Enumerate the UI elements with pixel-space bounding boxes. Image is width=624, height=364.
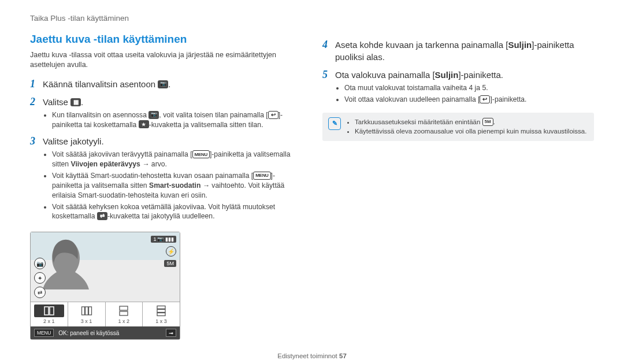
step-number: 3 bbox=[30, 135, 43, 147]
note-icon: ✎ bbox=[328, 117, 341, 130]
mode-dial-icon bbox=[158, 80, 168, 88]
bullet-item: Käytettävissä oleva zoomausalue voi olla… bbox=[355, 127, 586, 136]
return-icon bbox=[268, 111, 278, 119]
note-bullets: Tarkkuusasetukseksi määritetään enintään… bbox=[355, 117, 586, 136]
reset-icon bbox=[97, 212, 107, 220]
t: Voit säätää jakoviivan terävyyttä painam… bbox=[52, 150, 192, 158]
step-text-b: . bbox=[168, 79, 170, 89]
step-2: 2 Valitse . bbox=[30, 96, 302, 108]
step-4: 4 Aseta kohde kuvaan ja tarkenna painama… bbox=[322, 39, 594, 63]
layout-2x1[interactable]: 2 x 1 bbox=[31, 302, 68, 326]
step-5: 5 Ota valokuva painamalla [Suljin]-paini… bbox=[322, 69, 594, 81]
info-note: ✎ Tarkkuusasetukseksi määritetään enintä… bbox=[322, 113, 594, 141]
svg-rect-2 bbox=[81, 307, 84, 315]
status-icons-right: 1 📷 ▮▮▮ ⚡ 5M bbox=[151, 236, 176, 267]
step-text-a: Valitse bbox=[43, 97, 70, 107]
bullet-item: Voit käyttää Smart-suodatin-tehostetta k… bbox=[52, 171, 302, 200]
flash-icon: ⚡ bbox=[166, 246, 176, 257]
t: Aseta kohde kuvaan ja tarkenna painamall… bbox=[335, 40, 508, 50]
ok-hint: OK: paneeli ei käytössä bbox=[58, 330, 119, 336]
next-icon[interactable]: ➟ bbox=[166, 329, 176, 337]
step-text: Valitse . bbox=[43, 96, 83, 108]
layout-1x2[interactable]: 1 x 2 bbox=[106, 302, 143, 326]
layout-label: 1 x 2 bbox=[118, 318, 130, 324]
t: Kun tilanvalitsin on asennossa bbox=[52, 111, 148, 119]
bold-term: Viivojen epäterävyys bbox=[71, 160, 140, 168]
shots-remaining: 1 📷 ▮▮▮ bbox=[151, 236, 176, 243]
step-3: 3 Valitse jakotyyli. bbox=[30, 135, 302, 147]
step-3-bullets: Voit säätää jakoviivan terävyyttä painam… bbox=[42, 150, 302, 221]
svg-rect-4 bbox=[88, 307, 91, 315]
svg-rect-5 bbox=[120, 306, 128, 310]
step-2-bullets: Kun tilanvalitsin on asennossa , voit va… bbox=[42, 110, 302, 130]
t: . bbox=[493, 118, 495, 125]
step-text: Valitse jakotyyli. bbox=[43, 135, 104, 147]
svg-rect-1 bbox=[50, 307, 54, 315]
layout-selector: 2 x 1 3 x 1 1 x 2 1 x 3 bbox=[31, 302, 180, 326]
step-1: 1 Käännä tilanvalitsin asentoon . bbox=[30, 78, 302, 90]
step-text-b: . bbox=[81, 97, 83, 107]
resolution-badge: 5M bbox=[164, 260, 176, 267]
t: 1 bbox=[153, 236, 156, 242]
menu-icon: MENU bbox=[253, 172, 270, 180]
layout-label: 3 x 1 bbox=[81, 318, 92, 324]
reset-layout-icon: ⇄ bbox=[34, 287, 46, 298]
step-text: Aseta kohde kuvaan ja tarkenna painamall… bbox=[335, 39, 594, 63]
resolution-badge: 5M bbox=[482, 118, 493, 126]
step-5-bullets: Ota muut valokuvat toistamalla vaiheita … bbox=[334, 83, 594, 105]
bullet-item: Kun tilanvalitsin on asennossa , voit va… bbox=[52, 110, 302, 130]
t: Voit käyttää Smart-suodatin-tehostetta k… bbox=[52, 172, 253, 180]
step-text: Ota valokuva painamalla [Suljin]-painike… bbox=[335, 69, 503, 81]
two-column-layout: Jaettu kuva -tilan käyttäminen Jaettu ku… bbox=[30, 33, 594, 340]
left-column: Jaettu kuva -tilan käyttäminen Jaettu ku… bbox=[30, 33, 302, 340]
svg-rect-3 bbox=[85, 307, 88, 315]
layout-1x3[interactable]: 1 x 3 bbox=[143, 302, 180, 326]
svg-rect-7 bbox=[157, 306, 165, 309]
t: Voit ottaa valokuvan uudelleen painamall… bbox=[344, 95, 480, 103]
mode-icons-left: 📷 ✦ ⇄ bbox=[34, 258, 46, 298]
bullet-item: Voit säätää kehyksen kokoa vetämällä jak… bbox=[52, 202, 302, 222]
mode-icon bbox=[139, 120, 149, 128]
layout-label: 2 x 1 bbox=[43, 318, 55, 324]
t: -kuvaketta ja valitsemalla sitten tilan. bbox=[149, 121, 263, 129]
svg-rect-6 bbox=[120, 311, 128, 315]
t: , voit valita toisen tilan painamalla [ bbox=[159, 111, 268, 119]
step-number: 1 bbox=[30, 78, 43, 90]
layout-3x1[interactable]: 3 x 1 bbox=[68, 302, 106, 326]
menu-icon: MENU bbox=[192, 150, 210, 158]
return-icon bbox=[480, 95, 490, 103]
menu-button[interactable]: MENU bbox=[34, 329, 54, 337]
svg-rect-9 bbox=[157, 313, 165, 316]
t: -kuvaketta tai jakotyyliä uudelleen. bbox=[107, 212, 215, 220]
shutter-label: Suljin bbox=[508, 40, 532, 50]
svg-rect-0 bbox=[44, 307, 49, 315]
bullet-item: Voit ottaa valokuvan uudelleen painamall… bbox=[344, 95, 594, 105]
svg-rect-8 bbox=[157, 310, 165, 313]
bullet-item: Ota muut valokuvat toistamalla vaiheita … bbox=[344, 83, 594, 93]
effects-icon: ✦ bbox=[34, 272, 46, 284]
footer-text: Edistyneet toiminnot bbox=[277, 352, 339, 359]
mode-dial-icon bbox=[148, 111, 159, 119]
camera-mode-icon: 📷 bbox=[34, 258, 46, 269]
camera-screenshot: 1 📷 ▮▮▮ ⚡ 5M 📷 ✦ ⇄ 2 x 1 3 x 1 bbox=[30, 232, 180, 340]
section-title: Jaettu kuva -tilan käyttäminen bbox=[30, 33, 302, 46]
shutter-label: Suljin bbox=[435, 70, 459, 80]
bullet-item: Voit säätää jakoviivan terävyyttä painam… bbox=[52, 150, 302, 169]
step-number: 2 bbox=[30, 96, 43, 108]
page-number: 57 bbox=[339, 352, 347, 359]
t: Ota valokuva painamalla [ bbox=[335, 70, 435, 80]
right-column: 4 Aseta kohde kuvaan ja tarkenna painama… bbox=[322, 33, 594, 340]
t: Tarkkuusasetukseksi määritetään enintään bbox=[355, 118, 482, 125]
camera-bottom-bar: MENU OK: paneeli ei käytössä ➟ bbox=[31, 326, 180, 339]
breadcrumb: Taika Plus -tilan käyttäminen bbox=[30, 14, 594, 23]
step-text-a: Käännä tilanvalitsin asentoon bbox=[43, 79, 158, 89]
page-footer: Edistyneet toiminnot 57 bbox=[0, 352, 624, 359]
step-number: 5 bbox=[322, 69, 335, 81]
step-text: Käännä tilanvalitsin asentoon . bbox=[43, 78, 170, 90]
layout-label: 1 x 3 bbox=[155, 318, 167, 324]
t: ]-painiketta. bbox=[458, 70, 503, 80]
bold-term: Smart-suodatin bbox=[149, 181, 200, 190]
live-view: 1 📷 ▮▮▮ ⚡ 5M 📷 ✦ ⇄ bbox=[31, 232, 180, 302]
t: → arvo. bbox=[140, 160, 167, 168]
t: ]-painiketta. bbox=[490, 95, 526, 103]
